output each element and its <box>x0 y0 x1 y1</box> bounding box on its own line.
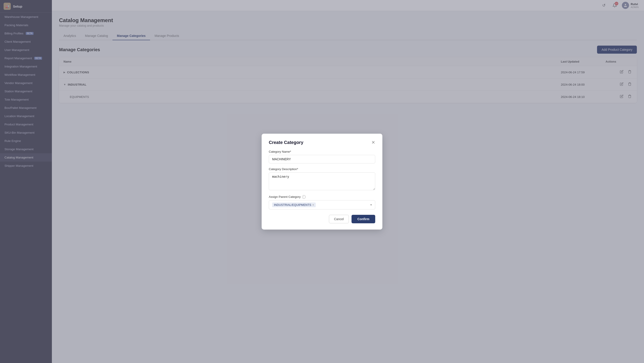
category-description-label: Category Description* <box>269 167 375 171</box>
modal-overlay: Create Category ✕ Category Name* Categor… <box>52 0 644 363</box>
cancel-button[interactable]: Cancel <box>329 215 349 223</box>
category-description-input[interactable]: machinery <box>269 172 375 190</box>
modal-title: Create Category <box>269 140 304 145</box>
category-name-group: Category Name* <box>269 150 375 163</box>
modal-footer: Cancel Confirm <box>269 215 375 223</box>
create-category-modal: Create Category ✕ Category Name* Categor… <box>262 134 382 230</box>
selected-tag: INDUSTRIAL/EQUIPMENTS × <box>272 203 316 207</box>
assign-parent-group: Assign Parent Category i INDUSTRIAL/EQUI… <box>269 195 375 209</box>
assign-parent-label: Assign Parent Category <box>269 195 301 198</box>
assign-label-row: Assign Parent Category i <box>269 195 375 199</box>
modal-close-button[interactable]: ✕ <box>372 140 375 145</box>
category-name-label: Category Name* <box>269 150 375 153</box>
info-icon: i <box>302 195 306 199</box>
tag-label: INDUSTRIAL/EQUIPMENTS <box>274 203 311 207</box>
parent-category-select[interactable]: INDUSTRIAL/EQUIPMENTS × ▾ <box>269 200 375 209</box>
modal-header: Create Category ✕ <box>269 140 375 145</box>
confirm-button[interactable]: Confirm <box>352 215 375 223</box>
tag-remove-button[interactable]: × <box>312 203 314 207</box>
category-description-group: Category Description* machinery <box>269 167 375 191</box>
parent-category-tag: INDUSTRIAL/EQUIPMENTS × <box>272 203 316 207</box>
category-name-input[interactable] <box>269 155 375 163</box>
main-content: ↺ 23 Rutvi ADMIN Catalog Managem <box>52 0 644 363</box>
chevron-down-icon: ▾ <box>370 203 372 207</box>
